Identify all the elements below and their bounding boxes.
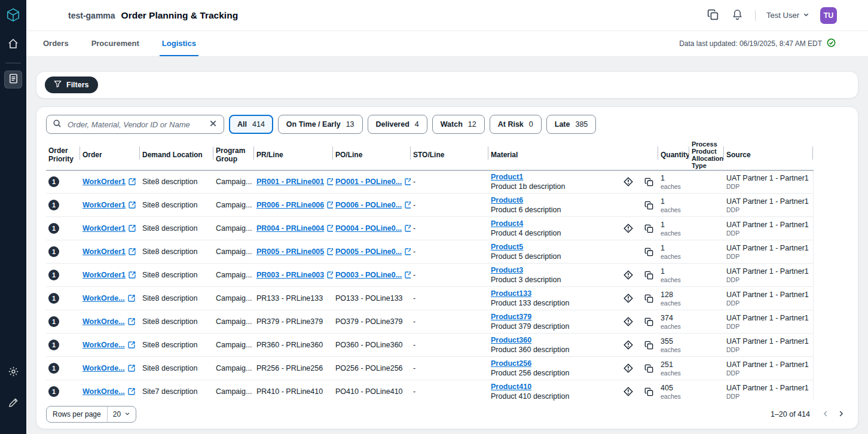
notifications-button[interactable] (731, 8, 744, 23)
copy-icon[interactable] (644, 387, 653, 396)
multi-window-button[interactable] (706, 8, 720, 23)
order-link[interactable]: WorkOrder1 (82, 178, 136, 186)
tab-orders[interactable]: Orders (41, 31, 71, 56)
change-indicator-icon[interactable] (624, 270, 633, 280)
order-link[interactable]: WorkOrder1 (82, 224, 136, 233)
order-link[interactable]: WorkOrder1 (82, 201, 136, 209)
column-header-order-priority[interactable]: Order Priority (46, 141, 80, 170)
material-link[interactable]: Product3 (491, 266, 523, 274)
pr-line-link[interactable]: PR379 - PRLine379 (256, 317, 323, 326)
material-link[interactable]: Product256 (491, 359, 531, 368)
change-indicator-icon[interactable] (624, 340, 633, 350)
material-link[interactable]: Product360 (491, 336, 531, 344)
filters-button[interactable]: Filters (45, 77, 98, 93)
pr-line-link[interactable]: PR256 - PRLine256 (256, 364, 323, 372)
status-filter-watch[interactable]: Watch 12 (432, 115, 485, 134)
material-link[interactable]: Product133 (491, 289, 531, 298)
pr-line-link[interactable]: PR004 - PRLine004 (256, 224, 333, 233)
table-row[interactable]: 1 WorkOrde... Site8 description Campaig.… (46, 357, 813, 380)
material-link[interactable]: Product410 (491, 383, 531, 391)
column-header-source[interactable]: Source (724, 141, 813, 170)
po-line-link[interactable]: PO004 - POLine0... (335, 224, 411, 233)
home-nav-item[interactable] (4, 35, 22, 53)
po-line-link[interactable]: PO001 - POLine0... (335, 178, 411, 186)
table-row[interactable]: 1 WorkOrde... Site8 description Campaig.… (46, 310, 813, 334)
copy-icon[interactable] (644, 224, 653, 233)
status-filter-on-time-early[interactable]: On Time / Early 13 (278, 115, 363, 134)
order-link[interactable]: WorkOrder1 (82, 271, 136, 279)
order-link[interactable]: WorkOrde... (82, 294, 135, 302)
change-indicator-icon[interactable] (624, 317, 633, 326)
pr-line-link[interactable]: PR001 - PRLine001 (256, 178, 333, 186)
change-indicator-icon[interactable] (624, 387, 633, 396)
search-input[interactable] (66, 120, 204, 130)
po-line-link[interactable]: PO005 - POLine0... (335, 247, 411, 256)
feedback-nav-item[interactable] (4, 395, 22, 412)
table-row[interactable]: 1 WorkOrde... Site8 description Campaig.… (46, 287, 813, 310)
material-link[interactable]: Product5 (491, 243, 523, 251)
table-row[interactable]: 1 WorkOrde... Site7 description Campaig.… (46, 380, 813, 401)
previous-page-button[interactable] (820, 408, 832, 421)
change-indicator-icon[interactable] (624, 177, 633, 187)
tab-procurement[interactable]: Procurement (89, 31, 142, 56)
column-header-material[interactable]: Material (488, 141, 658, 170)
status-filter-delivered[interactable]: Delivered 4 (368, 115, 427, 134)
copy-icon[interactable] (644, 178, 653, 187)
column-header-po-line[interactable]: PO/Line (333, 141, 411, 170)
order-link[interactable]: WorkOrde... (82, 341, 135, 349)
avatar[interactable]: TU (820, 7, 837, 24)
order-link[interactable]: WorkOrde... (82, 317, 135, 326)
next-page-button[interactable] (835, 408, 847, 421)
tab-logistics[interactable]: Logistics (160, 31, 198, 56)
settings-nav-item[interactable] (4, 363, 22, 381)
pr-line-link[interactable]: PR005 - PRLine005 (256, 247, 333, 256)
column-header-program-group[interactable]: Program Group (213, 141, 254, 170)
copy-icon[interactable] (644, 271, 653, 280)
po-line-link[interactable]: PO006 - POLine0... (335, 201, 411, 209)
copy-icon[interactable] (644, 247, 653, 256)
copy-icon[interactable] (644, 341, 653, 350)
pr-line-link[interactable]: PR410 - PRLine410 (256, 387, 323, 396)
pr-line-link[interactable]: PR133 - PRLine133 (256, 294, 323, 302)
po-line-link[interactable]: PO360 - POLine360 (335, 341, 403, 349)
status-filter-at-risk[interactable]: At Risk 0 (490, 115, 542, 134)
app-logo-icon[interactable] (5, 7, 21, 25)
table-row[interactable]: 1 WorkOrder1 Site8 description Campaig..… (46, 194, 813, 217)
table-row[interactable]: 1 WorkOrde... Site8 description Campaig.… (46, 334, 813, 357)
table-row[interactable]: 1 WorkOrder1 Site8 description Campaig..… (46, 240, 813, 264)
change-indicator-icon[interactable] (624, 224, 633, 233)
material-link[interactable]: Product4 (491, 219, 523, 228)
table-row[interactable]: 1 WorkOrder1 Site8 description Campaig..… (46, 170, 813, 194)
orders-list-nav-item[interactable] (4, 71, 22, 88)
copy-icon[interactable] (644, 201, 653, 210)
column-header-sto-line[interactable]: STO/Line (411, 141, 488, 170)
pr-line-link[interactable]: PR360 - PRLine360 (256, 341, 323, 349)
po-line-link[interactable]: PO256 - POLine256 (335, 364, 403, 372)
pr-line-link[interactable]: PR006 - PRLine006 (256, 201, 333, 209)
copy-icon[interactable] (644, 364, 653, 373)
column-header-order[interactable]: Order (80, 141, 140, 170)
user-menu[interactable]: Test User (766, 11, 809, 20)
table-row[interactable]: 1 WorkOrder1 Site8 description Campaig..… (46, 217, 813, 240)
order-link[interactable]: WorkOrder1 (82, 247, 136, 256)
clear-search-button[interactable] (209, 119, 218, 130)
copy-icon[interactable] (644, 294, 653, 303)
status-filter-late[interactable]: Late 385 (546, 115, 597, 134)
column-header-pr-line[interactable]: PR/Line (254, 141, 333, 170)
rows-per-page-select[interactable]: Rows per page 20 (46, 406, 136, 423)
change-indicator-icon[interactable] (624, 363, 633, 373)
po-line-link[interactable]: PO003 - POLine0... (335, 271, 411, 279)
column-header-demand-location[interactable]: Demand Location (140, 141, 213, 170)
po-line-link[interactable]: PO410 - POLine410 (335, 387, 403, 396)
po-line-link[interactable]: PO379 - POLine379 (335, 317, 403, 326)
column-header-quantity[interactable]: Quantity (658, 141, 689, 170)
material-link[interactable]: Product379 (491, 313, 531, 321)
order-link[interactable]: WorkOrde... (82, 387, 135, 396)
po-line-link[interactable]: PO133 - POLine133 (335, 294, 403, 302)
order-link[interactable]: WorkOrde... (82, 364, 135, 372)
change-indicator-icon[interactable] (624, 294, 633, 303)
status-filter-all[interactable]: All 414 (229, 115, 273, 134)
table-scroll-area[interactable]: Order Priority Order Demand Location Pro… (46, 141, 848, 401)
material-link[interactable]: Product6 (491, 196, 523, 204)
copy-icon[interactable] (644, 317, 653, 326)
